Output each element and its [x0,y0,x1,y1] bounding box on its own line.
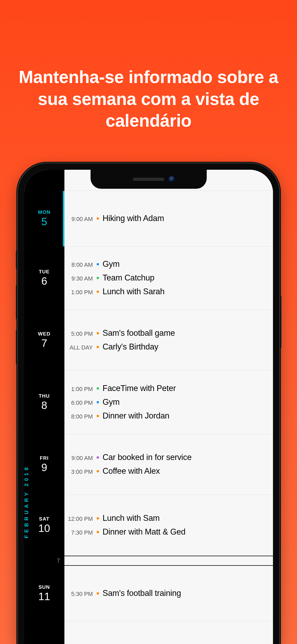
phone-mockup: FEBRUARY 2018 MON59:00 AMHiking with Ada… [18,163,279,644]
day-of-week: SUN [24,584,64,590]
day-number: 6 [24,275,64,287]
calendar-content[interactable]: MON59:00 AMHiking with AdamTUE68:00 AMGy… [64,170,273,644]
day-of-week: THU [24,393,64,399]
event-row[interactable]: 1:00 PMFaceTime with Peter [64,384,268,393]
phone-volume-up-button [16,285,18,319]
event-time: 3:00 PM [64,468,93,475]
day-number: 9 [24,462,64,473]
events-list: 9:00 AMHiking with Adam [64,191,273,246]
events-list: 9:00 AMCar booked in for service3:00 PMC… [64,434,273,495]
week-divider: 7 [64,556,273,566]
event-row[interactable]: 6:00 PMGym [64,397,268,407]
day-row[interactable]: WED75:00 PMSam's football gameALL DAYCar… [64,310,273,371]
event-time: 5:00 PM [64,330,93,337]
phone-frame: FEBRUARY 2018 MON59:00 AMHiking with Ada… [18,163,279,644]
hero-headline: Mantenha-se informado sobre a sua semana… [0,66,297,132]
day-number: 8 [24,399,64,411]
day-label: THU8 [24,393,64,411]
day-label: MON5 [24,209,64,228]
day-of-week: MON [24,209,64,215]
phone-volume-down-button [16,330,18,364]
phone-silence-switch [16,251,18,269]
calendar-dot-icon [97,470,99,472]
day-label: SUN11 [24,584,64,602]
event-time: 9:00 AM [64,216,93,223]
event-title: Carly's Birthday [103,342,158,352]
day-of-week: SAT [24,516,64,522]
day-row[interactable]: TUE68:00 AMGym9:30 AMTeam Catchup1:00 PM… [64,246,273,310]
day-of-week: FRI [24,455,64,461]
event-time: 1:00 PM [64,386,93,393]
event-row[interactable]: 12:00 PMLunch with Sam [64,513,268,523]
event-time: 5:30 PM [64,591,93,597]
event-title: Hiking with Adam [103,214,164,223]
calendar-dot-icon [97,332,99,334]
day-row[interactable]: SAT1012:00 PMLunch with Sam7:30 PMDinner… [64,495,273,556]
day-row[interactable]: FRI99:00 AMCar booked in for service3:00… [64,434,273,495]
calendar-dot-icon [97,517,99,519]
event-time: 12:00 PM [64,516,93,522]
event-title: Lunch with Sarah [103,287,165,296]
day-label: SAT10 [24,516,64,534]
day-row[interactable]: THU81:00 PMFaceTime with Peter6:00 PMGym… [64,371,273,434]
front-camera [169,176,175,182]
phone-screen: FEBRUARY 2018 MON59:00 AMHiking with Ada… [24,170,273,644]
week-number: 7 [24,557,64,564]
event-row[interactable]: 9:00 AMHiking with Adam [64,214,268,223]
calendar-dot-icon [97,401,99,403]
event-time: 6:00 PM [64,399,93,406]
event-row[interactable]: 5:30 PMSam's football training [64,588,268,598]
phone-notch [91,170,207,189]
event-time: ALL DAY [64,344,93,351]
calendar-dot-icon [97,346,99,348]
event-time: 8:00 AM [64,261,93,268]
day-of-week: WED [24,331,64,337]
day-label: TUE6 [24,269,64,287]
event-title: Sam's football training [103,588,181,598]
calendar-dot-icon [97,415,99,417]
calendar-dot-icon [97,291,99,293]
events-list: 1:00 PMFaceTime with Peter6:00 PMGym8:00… [64,371,273,434]
event-row[interactable]: 9:30 AMTeam Catchup [64,273,268,283]
event-row[interactable]: 9:00 AMCar booked in for service [64,453,268,462]
calendar-dot-icon [97,592,99,595]
calendar-dot-icon [97,277,99,279]
day-row[interactable]: MON59:00 AMHiking with Adam [64,191,273,246]
event-time: 9:30 AM [64,275,93,282]
event-time: 9:00 AM [64,455,93,462]
event-title: Dinner with Jordan [103,411,169,421]
speaker-grille [133,178,164,181]
event-row[interactable]: 7:30 PMDinner with Matt & Ged [64,527,268,537]
calendar-dot-icon [97,387,99,390]
calendar-dot-icon [97,217,99,220]
day-label: WED7 [24,331,64,349]
event-time: 7:30 PM [64,529,93,536]
event-title: Coffee with Alex [103,466,160,476]
day-number: 5 [24,216,64,228]
event-row[interactable]: 1:00 PMLunch with Sarah [64,287,268,296]
event-title: Team Catchup [103,273,154,283]
calendar-dot-icon [97,263,99,265]
event-row[interactable]: 8:00 PMDinner with Jordan [64,411,268,421]
day-of-week: TUE [24,269,64,275]
event-time: 1:00 PM [64,289,93,296]
calendar-dot-icon [97,531,99,533]
events-list: 12:00 PMLunch with Sam7:30 PMDinner with… [64,495,273,555]
events-list: 5:00 PMSam's football gameALL DAYCarly's… [64,310,273,370]
event-time: 8:00 PM [64,413,93,420]
event-row[interactable]: 8:00 AMGym [64,259,268,269]
event-title: Car booked in for service [103,453,192,462]
event-row[interactable]: ALL DAYCarly's Birthday [64,342,268,352]
calendar-dot-icon [97,456,99,459]
day-row[interactable]: SUN115:30 PMSam's football training [64,566,273,621]
event-row[interactable]: 3:00 PMCoffee with Alex [64,466,268,476]
day-number: 7 [24,337,64,349]
day-number: 11 [24,591,64,602]
events-list: 5:30 PMSam's football training [64,566,273,621]
calendar-week-view: FEBRUARY 2018 MON59:00 AMHiking with Ada… [24,170,273,644]
event-row[interactable]: 5:00 PMSam's football game [64,328,268,338]
phone-power-button [279,296,281,348]
event-title: FaceTime with Peter [103,384,176,393]
day-number: 10 [24,522,64,534]
event-title: Gym [103,397,120,407]
